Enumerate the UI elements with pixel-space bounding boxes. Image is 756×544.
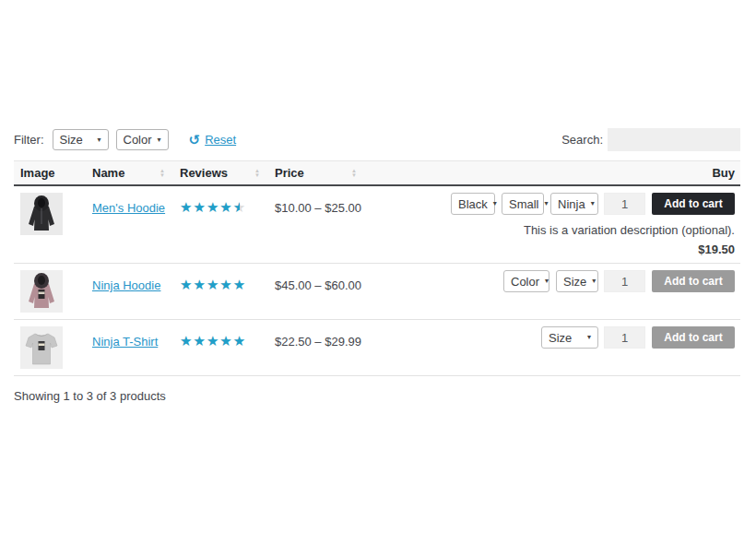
product-name-link[interactable]: Ninja Hoodie bbox=[92, 270, 160, 292]
table-row: Ninja T-Shirt ★★★★★ ★★★★★ $22.50 – $29.9… bbox=[14, 320, 740, 376]
chevron-down-icon: ▾ bbox=[545, 278, 549, 285]
chevron-down-icon: ▾ bbox=[591, 200, 595, 207]
filter-bar: Filter: Size ▾ Color ▾ ↺ Reset bbox=[14, 129, 236, 150]
column-header-price[interactable]: Price ▲ ▼ bbox=[268, 166, 365, 180]
table-row: Ninja Hoodie ★★★★★ ★★★★★ $45.00 – $60.00… bbox=[14, 264, 740, 320]
search-label: Search: bbox=[561, 133, 603, 147]
product-name-cell: Men's Hoodie bbox=[86, 193, 173, 256]
column-header-image: Image bbox=[14, 166, 86, 180]
buy-widgets: Color ▾ Size ▾ Add to cart bbox=[497, 270, 735, 292]
product-price-cell: $22.50 – $29.99 bbox=[268, 326, 365, 369]
size-filter-value: Size bbox=[60, 133, 83, 147]
star-rating-fill: ★★★★★ bbox=[180, 334, 246, 348]
results-count-status: Showing 1 to 3 of 3 products bbox=[14, 389, 740, 403]
chevron-down-icon: ▾ bbox=[97, 136, 100, 144]
quantity-input[interactable] bbox=[604, 193, 645, 215]
chevron-down-icon: ▾ bbox=[545, 200, 549, 207]
variation-dropdown-color[interactable]: Color ▾ bbox=[503, 270, 549, 292]
variation-dropdown-color[interactable]: Black ▾ bbox=[451, 193, 495, 215]
filter-label: Filter: bbox=[14, 133, 44, 147]
product-reviews-cell: ★★★★★ ★★★★★ bbox=[173, 270, 268, 313]
buy-widgets: Black ▾ Small ▾ Ninja ▾ Add to cart bbox=[444, 193, 735, 215]
toolbar: Filter: Size ▾ Color ▾ ↺ Reset Search: bbox=[14, 128, 740, 151]
variation-dropdown-value: Small bbox=[509, 197, 539, 211]
quantity-input[interactable] bbox=[604, 326, 645, 349]
reset-filters-link[interactable]: ↺ Reset bbox=[189, 133, 237, 147]
variation-dropdown-size[interactable]: Size ▾ bbox=[541, 326, 598, 349]
product-table: Image Name ▲ ▼ Reviews ▲ ▼ Price ▲ bbox=[14, 160, 740, 376]
variation-dropdown-value: Color bbox=[511, 275, 539, 289]
reset-label: Reset bbox=[205, 133, 236, 147]
variation-dropdown-logo[interactable]: Ninja ▾ bbox=[550, 193, 598, 215]
product-price: $45.00 – $60.00 bbox=[275, 278, 361, 292]
search-bar: Search: bbox=[561, 128, 740, 151]
sort-icon[interactable]: ▲ ▼ bbox=[254, 169, 260, 178]
variation-dropdown-value: Size bbox=[563, 275, 586, 289]
column-header-buy-label: Buy bbox=[712, 166, 735, 180]
sort-desc-icon: ▼ bbox=[351, 173, 357, 178]
product-buy-cell: Black ▾ Small ▾ Ninja ▾ Add to cart This… bbox=[365, 193, 740, 256]
product-name-link[interactable]: Men's Hoodie bbox=[92, 193, 165, 215]
product-price: $10.00 – $25.00 bbox=[275, 201, 361, 215]
product-image-cell bbox=[14, 270, 86, 313]
product-image-ninja-tshirt[interactable] bbox=[20, 326, 63, 369]
star-rating: ★★★★★ ★★★★★ bbox=[180, 278, 246, 291]
chevron-down-icon: ▾ bbox=[587, 334, 591, 341]
reset-icon: ↺ bbox=[189, 133, 201, 147]
column-header-reviews[interactable]: Reviews ▲ ▼ bbox=[173, 166, 268, 180]
product-price: $22.50 – $29.99 bbox=[275, 335, 361, 349]
buy-widgets: Size ▾ Add to cart bbox=[535, 326, 735, 349]
product-price-cell: $10.00 – $25.00 bbox=[268, 193, 365, 256]
product-image-cell bbox=[14, 326, 86, 369]
product-image-cell bbox=[14, 193, 86, 256]
product-image-ninja-hoodie[interactable] bbox=[20, 270, 63, 313]
color-filter-dropdown[interactable]: Color ▾ bbox=[116, 129, 169, 150]
size-filter-dropdown[interactable]: Size ▾ bbox=[53, 129, 109, 150]
sort-desc-icon: ▼ bbox=[159, 173, 165, 178]
column-header-price-label: Price bbox=[275, 166, 304, 180]
sort-desc-icon: ▼ bbox=[254, 173, 260, 178]
star-rating: ★★★★★ ★★★★★ bbox=[180, 200, 246, 214]
quantity-input[interactable] bbox=[604, 270, 645, 292]
product-name-link[interactable]: Ninja T-Shirt bbox=[92, 326, 158, 349]
column-header-buy: Buy bbox=[365, 166, 740, 180]
color-filter-value: Color bbox=[124, 133, 152, 147]
column-header-reviews-label: Reviews bbox=[180, 166, 228, 180]
variation-dropdown-value: Ninja bbox=[558, 197, 585, 211]
star-rating-fill: ★★★★★ bbox=[180, 200, 240, 214]
product-buy-cell: Size ▾ Add to cart bbox=[365, 326, 740, 369]
column-header-image-label: Image bbox=[20, 166, 55, 180]
product-reviews-cell: ★★★★★ ★★★★★ bbox=[173, 193, 268, 256]
add-to-cart-button[interactable]: Add to cart bbox=[652, 326, 735, 349]
chevron-down-icon: ▾ bbox=[592, 278, 596, 285]
product-table-page: Filter: Size ▾ Color ▾ ↺ Reset Search: I… bbox=[0, 0, 756, 403]
column-header-name[interactable]: Name ▲ ▼ bbox=[86, 166, 173, 180]
star-rating-fill: ★★★★★ bbox=[180, 278, 246, 291]
column-header-name-label: Name bbox=[92, 166, 124, 180]
search-input[interactable] bbox=[608, 128, 740, 151]
sort-icon[interactable]: ▲ ▼ bbox=[351, 169, 357, 178]
product-image-mens-hoodie[interactable] bbox=[20, 193, 63, 235]
variation-dropdown-size[interactable]: Size ▾ bbox=[556, 270, 598, 292]
product-buy-cell: Color ▾ Size ▾ Add to cart bbox=[365, 270, 740, 313]
chevron-down-icon: ▾ bbox=[493, 200, 497, 207]
add-to-cart-button[interactable]: Add to cart bbox=[652, 193, 735, 215]
add-to-cart-button[interactable]: Add to cart bbox=[652, 270, 735, 292]
product-name-cell: Ninja T-Shirt bbox=[86, 326, 173, 369]
product-name-cell: Ninja Hoodie bbox=[86, 270, 173, 313]
star-rating: ★★★★★ ★★★★★ bbox=[180, 334, 246, 348]
table-header-row: Image Name ▲ ▼ Reviews ▲ ▼ Price ▲ bbox=[14, 160, 740, 186]
variation-dropdown-value: Size bbox=[549, 331, 572, 345]
variation-price: $19.50 bbox=[698, 242, 735, 256]
variation-description: This is a variation description (optiona… bbox=[524, 223, 735, 237]
chevron-down-icon: ▾ bbox=[158, 136, 161, 144]
variation-dropdown-size[interactable]: Small ▾ bbox=[502, 193, 544, 215]
product-reviews-cell: ★★★★★ ★★★★★ bbox=[173, 326, 268, 369]
variation-dropdown-value: Black bbox=[458, 197, 488, 211]
table-row: Men's Hoodie ★★★★★ ★★★★★ $10.00 – $25.00… bbox=[14, 186, 740, 264]
product-price-cell: $45.00 – $60.00 bbox=[268, 270, 365, 313]
sort-icon[interactable]: ▲ ▼ bbox=[159, 169, 165, 178]
